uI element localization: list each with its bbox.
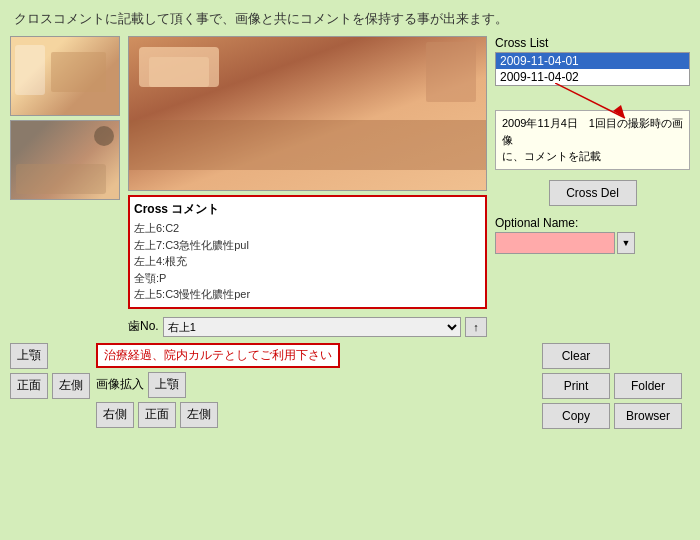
- header-text: クロスコメントに記載して頂く事で、画像と共にコメントを保持する事が出来ます。: [10, 10, 690, 28]
- cross-list-box[interactable]: 2009-11-04-01 2009-11-04-02: [495, 52, 690, 86]
- browser-button[interactable]: Browser: [614, 403, 682, 429]
- comment-section: Cross コメント 左上6:C2 左上7:C3急性化膿性pul 左上4:根充 …: [128, 195, 487, 309]
- right-panel: Cross List 2009-11-04-01 2009-11-04-02 2…: [495, 36, 690, 337]
- optional-name-input[interactable]: [495, 232, 615, 254]
- image-expand-row: 画像拡入 上顎: [96, 372, 536, 398]
- image-expand-label: 画像拡入: [96, 376, 144, 393]
- folder-button[interactable]: Folder: [614, 373, 682, 399]
- left-nav-group: 上顎 正面 左側: [10, 343, 90, 399]
- clear-button[interactable]: Clear: [542, 343, 610, 369]
- svg-line-0: [555, 83, 625, 118]
- photo-thumb-top[interactable]: [10, 36, 120, 116]
- tooth-no-label: 歯No.: [128, 318, 159, 335]
- hidari-button-bottom[interactable]: 左側: [180, 402, 218, 428]
- cross-del-button[interactable]: Cross Del: [549, 180, 637, 206]
- shomen-button[interactable]: 正面: [10, 373, 48, 399]
- cross-del-row: Cross Del: [495, 180, 690, 206]
- migi-button[interactable]: 右側: [96, 402, 134, 428]
- jouge-button-left[interactable]: 上顎: [10, 343, 48, 369]
- copy-button[interactable]: Copy: [542, 403, 610, 429]
- print-button[interactable]: Print: [542, 373, 610, 399]
- cross-list-label: Cross List: [495, 36, 690, 50]
- center-bottom: 治療経過、院内カルテとしてご利用下さい 画像拡入 上顎 右側 正面 左側: [96, 343, 536, 428]
- photo-panel: [10, 36, 120, 337]
- action-row-3: Copy Browser: [542, 403, 690, 429]
- optional-name-row: Optional Name: ▼: [495, 216, 690, 254]
- tooth-up-button[interactable]: ↑: [465, 317, 487, 337]
- optional-dropdown-button[interactable]: ▼: [617, 232, 635, 254]
- cross-list-section: Cross List 2009-11-04-01 2009-11-04-02 2…: [495, 36, 690, 170]
- comment-text: 左上6:C2 左上7:C3急性化膿性pul 左上4:根充 全顎:P 左上5:C3…: [134, 220, 481, 303]
- cross-list-item-1[interactable]: 2009-11-04-01: [496, 53, 689, 69]
- main-photo[interactable]: [128, 36, 487, 191]
- hidari-button[interactable]: 左側: [52, 373, 90, 399]
- action-buttons: Clear Print Folder Copy Browser: [542, 343, 690, 429]
- photo-thumb-bottom[interactable]: [10, 120, 120, 200]
- tooth-row: 歯No. 右上1 ↑: [128, 317, 487, 337]
- jouge-button-center[interactable]: 上顎: [148, 372, 186, 398]
- center-panel: Cross コメント 左上6:C2 左上7:C3急性化膿性pul 左上4:根充 …: [128, 36, 487, 337]
- action-row-1: Clear: [542, 343, 690, 369]
- tooth-no-select[interactable]: 右上1: [163, 317, 461, 337]
- tooltip-text: 2009年11月4日 1回目の撮影時の画像 に、コメントを記載: [502, 117, 683, 162]
- shomen-button-bottom[interactable]: 正面: [138, 402, 176, 428]
- notice-box: 治療経過、院内カルテとしてご利用下さい: [96, 343, 340, 368]
- comment-label: Cross コメント: [134, 201, 481, 218]
- bottom-nav-row: 右側 正面 左側: [96, 402, 536, 428]
- optional-input-row: ▼: [495, 232, 690, 254]
- action-row-2: Print Folder: [542, 373, 690, 399]
- optional-name-label: Optional Name:: [495, 216, 690, 230]
- svg-marker-1: [613, 105, 625, 118]
